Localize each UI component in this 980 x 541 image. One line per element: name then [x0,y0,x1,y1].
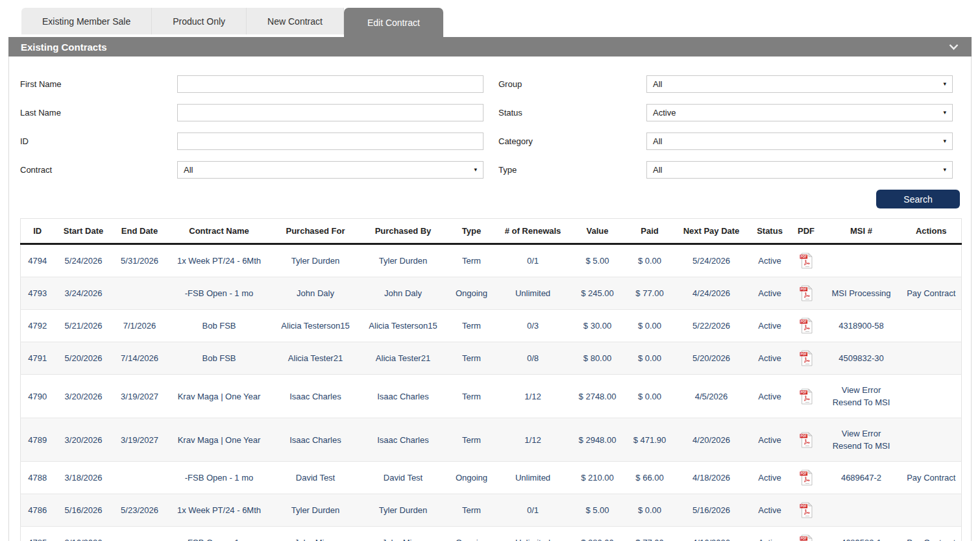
cell-renewals: 0/1 [496,494,570,527]
group-select-value: All [653,79,662,89]
cell-value: $ 2948.00 [570,418,626,462]
cell-purchased-by: Tyler Durden [360,494,447,527]
cell-start-date: 3/16/2026 [55,527,113,541]
tab-existing-member-sale[interactable]: Existing Member Sale [21,8,152,34]
cell-status: Active [749,527,791,541]
tab-label: New Contract [267,16,323,27]
cell-renewals: 0/1 [496,244,570,277]
cell-paid: $ 77.00 [626,277,674,310]
column-header-purchased-for: Purchased For [272,219,360,244]
tab-edit-contract[interactable]: Edit Contract [344,8,443,37]
cell-status: Active [749,418,791,462]
contract-select-value: All [184,165,193,175]
cell-value: $ 2748.00 [570,375,626,418]
existing-contracts-panel: First Name Last Name ID Contract All ▾ [8,57,972,541]
cell-id: 4790 [21,375,55,418]
cell-msi: View Error Resend To MSI [822,375,901,418]
contract-select[interactable]: All ▾ [177,161,484,179]
resend-to-msi-link[interactable]: Resend To MSI [824,441,900,451]
cell-actions [901,342,962,375]
cell-value: $ 5.00 [570,244,626,277]
cell-paid: $ 0.00 [626,310,674,342]
id-label: ID [20,136,177,146]
cell-contract-name: -FSB Open - 1 mo [167,527,272,541]
pdf-file-icon[interactable] [800,318,813,334]
cell-id: 4791 [21,342,55,375]
last-name-label: Last Name [20,108,177,118]
contract-label: Contract [20,165,177,175]
column-header-purchased-by: Purchased By [360,219,447,244]
cell-start-date: 5/24/2026 [55,244,113,277]
search-row: Search [20,190,960,208]
cell-type: Ongoing [447,527,496,541]
cell-paid: $ 0.00 [626,494,674,527]
cell-pdf [791,462,822,494]
pdf-file-icon[interactable] [800,350,813,366]
pay-contract-link[interactable]: Pay Contract [907,288,955,298]
table-row: 4785 3/16/2026 -FSB Open - 1 mo John Min… [21,527,962,541]
view-error-link[interactable]: View Error [824,385,900,395]
cell-next-pay-date: 5/20/2026 [674,342,749,375]
tab-product-only[interactable]: Product Only [152,8,247,34]
status-select[interactable]: Active ▾ [646,104,953,121]
cell-value: $ 280.00 [570,527,626,541]
column-header-status: Status [749,219,791,244]
chevron-down-icon [948,44,959,51]
group-select[interactable]: All ▾ [646,75,953,93]
view-error-link[interactable]: View Error [824,429,900,438]
tab-new-contract[interactable]: New Contract [247,8,344,34]
caret-down-icon: ▾ [474,167,477,173]
pdf-file-icon[interactable] [800,285,813,301]
column-header-start-date: Start Date [55,219,113,244]
search-button[interactable]: Search [876,190,960,208]
cell-start-date: 3/20/2026 [55,375,113,418]
filter-column-right: Group All ▾ Status Active ▾ Category All… [490,75,960,179]
cell-next-pay-date: 5/16/2026 [674,494,749,527]
cell-type: Ongoing [447,277,496,310]
cell-status: Active [749,342,791,375]
cell-paid: $ 77.00 [626,527,674,541]
cell-paid: $ 471.90 [626,418,674,462]
caret-down-icon: ▾ [943,167,946,173]
pay-contract-link[interactable]: Pay Contract [907,473,955,483]
panel-title: Existing Contracts [21,42,107,53]
collapse-panel-button[interactable] [948,44,959,51]
existing-contracts-header: Existing Contracts [8,37,972,57]
cell-msi: MSI Processing [822,277,901,310]
cell-value: $ 210.00 [570,462,626,494]
cell-purchased-for: Tyler Durden [272,244,360,277]
cell-actions: Pay Contract [901,277,962,310]
pdf-file-icon[interactable] [800,470,813,486]
pdf-file-icon[interactable] [800,502,813,518]
type-select[interactable]: All ▾ [646,161,953,179]
column-header-pdf: PDF [791,219,822,244]
cell-value: $ 80.00 [570,342,626,375]
pdf-file-icon[interactable] [800,535,813,541]
id-input[interactable] [177,132,484,150]
cell-start-date: 5/20/2026 [55,342,113,375]
category-select[interactable]: All ▾ [646,132,953,150]
cell-purchased-for: David Test [272,462,360,494]
cell-next-pay-date: 4/24/2026 [674,277,749,310]
cell-next-pay-date: 4/18/2026 [674,462,749,494]
pay-contract-link[interactable]: Pay Contract [907,538,955,541]
cell-paid: $ 0.00 [626,244,674,277]
cell-value: $ 5.00 [570,494,626,527]
cell-renewals: Unlimited [496,462,570,494]
filter-row-category: Category All ▾ [490,132,960,150]
pdf-file-icon[interactable] [800,253,813,269]
cell-end-date: 5/23/2026 [113,494,167,527]
cell-start-date: 3/18/2026 [55,462,113,494]
resend-to-msi-link[interactable]: Resend To MSI [824,397,900,407]
pdf-file-icon[interactable] [800,432,813,448]
last-name-input[interactable] [177,104,484,121]
table-row: 4793 3/24/2026 -FSB Open - 1 mo John Dal… [21,277,962,310]
cell-purchased-for: John Miner [272,527,360,541]
cell-end-date: 3/19/2027 [113,418,167,462]
pdf-file-icon[interactable] [800,388,813,405]
cell-id: 4786 [21,494,55,527]
table-row: 4792 5/21/2026 7/1/2026 Bob FSB Alicia T… [21,310,962,342]
cell-purchased-for: Tyler Durden [272,494,360,527]
status-label: Status [490,108,646,118]
first-name-input[interactable] [177,75,484,93]
